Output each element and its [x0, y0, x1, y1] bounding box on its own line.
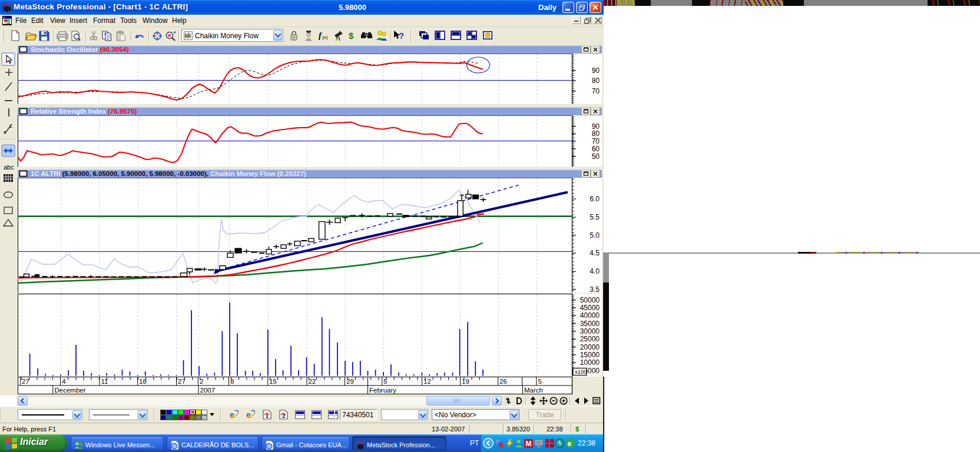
- svg-text:(x): (x): [322, 35, 328, 40]
- svg-text:5: 5: [383, 378, 387, 385]
- svg-text:?: ?: [399, 31, 404, 41]
- svg-text:12: 12: [423, 378, 431, 385]
- svg-text:10000: 10000: [580, 358, 600, 367]
- svg-text:29: 29: [346, 378, 354, 385]
- svg-text:15000: 15000: [580, 351, 600, 359]
- svg-text:2007: 2007: [200, 387, 216, 394]
- svg-text:90: 90: [592, 67, 600, 75]
- svg-text:27: 27: [22, 378, 29, 385]
- svg-text:2: 2: [282, 413, 285, 419]
- svg-text:5.5: 5.5: [590, 213, 600, 221]
- svg-text:December: December: [55, 387, 86, 394]
- svg-text:M: M: [526, 440, 532, 448]
- svg-text:5.0: 5.0: [590, 231, 600, 240]
- svg-text:30000: 30000: [580, 327, 600, 335]
- svg-text:26: 26: [499, 378, 507, 385]
- svg-text:5: 5: [538, 378, 542, 385]
- svg-text:1: 1: [266, 413, 269, 419]
- svg-text:e: e: [230, 410, 234, 420]
- svg-text:45000: 45000: [580, 304, 600, 312]
- svg-text:e: e: [568, 440, 572, 448]
- svg-text:27: 27: [178, 378, 186, 385]
- svg-text:6.0: 6.0: [590, 195, 600, 203]
- svg-text:80: 80: [592, 77, 600, 85]
- svg-text:50: 50: [592, 152, 600, 161]
- svg-text:1C ALTRI (5.98000, 6.05000, 5.: 1C ALTRI (5.98000, 6.05000, 5.90000, 5.9…: [31, 170, 306, 177]
- svg-text:4: 4: [62, 378, 66, 385]
- svg-text:25000: 25000: [580, 335, 600, 343]
- svg-text:R: R: [168, 33, 171, 38]
- svg-text:20000: 20000: [580, 343, 600, 351]
- svg-text:40000: 40000: [580, 311, 600, 320]
- svg-text:15: 15: [269, 378, 277, 385]
- svg-text:22: 22: [309, 378, 316, 385]
- svg-text:3.5: 3.5: [590, 285, 600, 294]
- svg-text:4.0: 4.0: [590, 267, 600, 275]
- svg-text:$: $: [349, 31, 354, 41]
- svg-text:e: e: [246, 410, 251, 420]
- svg-text:abc: abc: [4, 164, 14, 171]
- svg-text:18: 18: [139, 378, 147, 385]
- svg-text:8: 8: [230, 378, 234, 385]
- svg-text:4.5: 4.5: [590, 249, 600, 257]
- svg-text:February: February: [369, 387, 396, 394]
- svg-text:70: 70: [592, 87, 600, 95]
- svg-text:50000: 50000: [580, 296, 600, 304]
- svg-text:35000: 35000: [580, 320, 600, 328]
- svg-text:2: 2: [200, 378, 203, 385]
- svg-text:19: 19: [462, 378, 469, 385]
- svg-text:March: March: [524, 387, 543, 394]
- svg-text:Stochastic Oscillator (90.3054: Stochastic Oscillator (90.3054): [31, 46, 129, 53]
- svg-text:Relative Strength Index (76.95: Relative Strength Index (76.9575): [31, 108, 137, 115]
- svg-text:x100: x100: [575, 368, 587, 375]
- svg-text:11: 11: [101, 378, 108, 385]
